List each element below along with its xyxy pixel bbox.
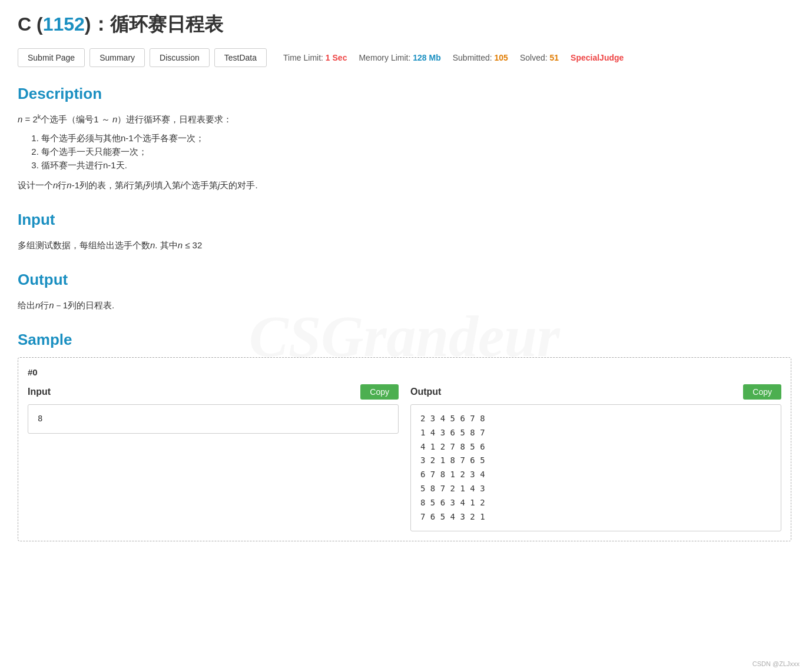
time-limit-value: 1 Sec	[326, 53, 347, 62]
input-heading: Input	[18, 211, 791, 229]
sample-input-label: Input	[28, 387, 51, 397]
sample-input-header: Input Copy	[28, 384, 399, 400]
sample-output-label: Output	[410, 387, 441, 397]
submitted-value: 105	[495, 53, 508, 62]
list-item-2: 每个选手一天只能赛一次；	[41, 147, 791, 158]
memory-limit-label: Memory Limit: 128 Mb	[359, 53, 440, 62]
page-title: C (1152)：循环赛日程表	[18, 12, 791, 38]
input-copy-button[interactable]: Copy	[360, 384, 399, 400]
description-list: 每个选手必须与其他n-1个选手各赛一次； 每个选手一天只能赛一次； 循环赛一共进…	[41, 133, 791, 171]
memory-limit-text: Memory Limit:	[359, 53, 410, 62]
description-intro: n = 2k个选手（编号1 ～ n）进行循环赛，日程表要求：	[18, 111, 791, 127]
list-item-1: 每个选手必须与其他n-1个选手各赛一次；	[41, 133, 791, 144]
input-text: 多组测试数据，每组给出选手个数n. 其中n ≤ 32	[18, 237, 791, 253]
solved-value: 51	[550, 53, 559, 62]
time-limit-text: Time Limit:	[283, 53, 323, 62]
submitted-text: Submitted:	[453, 53, 492, 62]
description-heading: Description	[18, 85, 791, 103]
meta-info: Time Limit: 1 Sec Memory Limit: 128 Mb S…	[283, 53, 624, 62]
output-text: 给出n行n－1列的日程表.	[18, 297, 791, 313]
sample-output-col: Output Copy 2 3 4 5 6 7 8 1 4 3 6 5 8 7 …	[410, 384, 781, 531]
sample-input-col: Input Copy 8	[28, 384, 399, 531]
submitted-label: Submitted: 105	[453, 53, 508, 62]
description-design: 设计一个n行n-1列的表，第i行第j列填入第i个选手第j天的对手.	[18, 177, 791, 193]
memory-limit-value: 128 Mb	[413, 53, 440, 62]
input-section: Input 多组测试数据，每组给出选手个数n. 其中n ≤ 32	[18, 211, 791, 253]
sample-id: #0	[28, 367, 781, 377]
title-prefix: C (	[18, 14, 43, 35]
output-heading: Output	[18, 271, 791, 289]
sample-container: #0 Input Copy 8 Output Copy 2 3 4 5	[18, 357, 791, 541]
submit-page-button[interactable]: Submit Page	[18, 48, 85, 67]
sample-io-row: Input Copy 8 Output Copy 2 3 4 5 6 7 8 1…	[28, 384, 781, 531]
output-section: Output 给出n行n－1列的日程表.	[18, 271, 791, 313]
title-suffix: )：循环赛日程表	[85, 14, 223, 35]
special-judge-badge: SpecialJudge	[571, 53, 624, 62]
time-limit-label: Time Limit: 1 Sec	[283, 53, 347, 62]
sample-output-header: Output Copy	[410, 384, 781, 400]
description-section: Description n = 2k个选手（编号1 ～ n）进行循环赛，日程表要…	[18, 85, 791, 193]
testdata-button[interactable]: TestData	[214, 48, 267, 67]
output-copy-button[interactable]: Copy	[743, 384, 781, 400]
nav-bar: Submit Page Summary Discussion TestData …	[18, 48, 791, 67]
sample-output-code: 2 3 4 5 6 7 8 1 4 3 6 5 8 7 4 1 2 7 8 5 …	[410, 404, 781, 531]
solved-label: Solved: 51	[520, 53, 559, 62]
sample-heading: Sample	[18, 331, 791, 349]
sample-section: Sample #0 Input Copy 8 Output Copy	[18, 331, 791, 541]
discussion-button[interactable]: Discussion	[150, 48, 210, 67]
list-item-3: 循环赛一共进行n-1天.	[41, 160, 791, 171]
sample-input-code: 8	[28, 404, 399, 434]
solved-text: Solved:	[520, 53, 548, 62]
summary-button[interactable]: Summary	[89, 48, 145, 67]
problem-id: 1152	[43, 14, 85, 35]
